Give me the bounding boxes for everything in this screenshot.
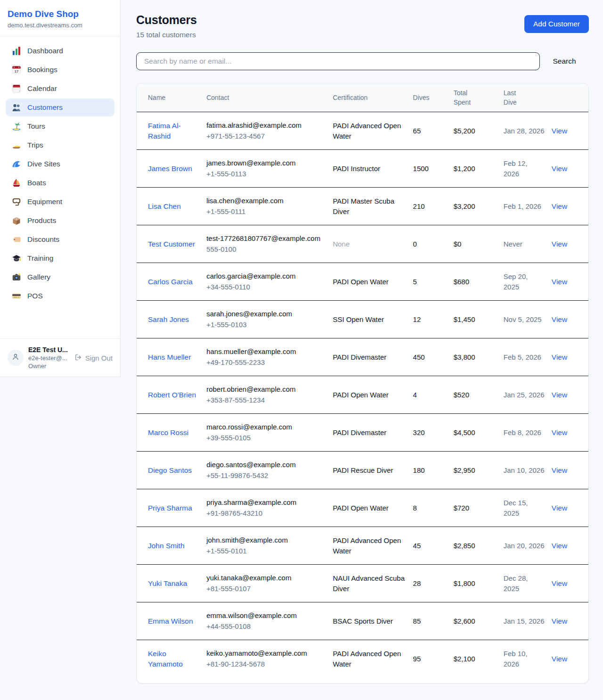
search-input[interactable]: [136, 52, 540, 70]
sidebar-item-trips[interactable]: Trips: [6, 136, 114, 154]
view-customer-link[interactable]: View: [552, 278, 567, 286]
customer-phone: +1-555-0101: [206, 546, 326, 556]
sidebar-item-tours[interactable]: Tours: [6, 117, 114, 135]
view-customer-link[interactable]: View: [552, 353, 567, 361]
customer-dives: 4: [413, 376, 454, 414]
customer-name-link[interactable]: Priya Sharma: [148, 504, 192, 512]
customer-email: john.smith@example.com: [206, 535, 326, 545]
customer-name-link[interactable]: Marco Rossi: [148, 428, 188, 436]
search-button[interactable]: Search: [540, 57, 589, 66]
customer-email: fatima.alrashid@example.com: [206, 120, 326, 131]
sign-out-button[interactable]: Sign Out: [73, 354, 114, 362]
sidebar-item-gallery[interactable]: Gallery: [6, 268, 114, 286]
table-row: John Smith john.smith@example.com +1-555…: [137, 527, 588, 565]
customer-phone: +353-87-555-1234: [206, 395, 326, 405]
customer-last-dive: Jan 15, 2026: [504, 602, 552, 640]
customer-certification: PADI Open Water: [333, 263, 413, 301]
customer-phone: +49-170-555-2233: [206, 357, 326, 368]
sidebar-item-bookings[interactable]: 17 Bookings: [6, 61, 114, 79]
view-customer-link[interactable]: View: [552, 579, 567, 587]
dashboard-icon: [12, 46, 21, 56]
customer-phone: +81-555-0107: [206, 584, 326, 594]
trips-icon: [12, 140, 21, 150]
customer-name-link[interactable]: Lisa Chen: [148, 202, 181, 210]
customer-email: emma.wilson@example.com: [206, 610, 326, 621]
view-customer-link[interactable]: View: [552, 315, 567, 323]
view-customer-link[interactable]: View: [552, 466, 567, 474]
bookings-icon: 17: [12, 65, 21, 74]
table-row: Robert O'Brien robert.obrien@example.com…: [137, 376, 588, 414]
customer-certification: PADI Divemaster: [333, 338, 413, 376]
sign-out-icon: [74, 354, 82, 362]
table-row: Emma Wilson emma.wilson@example.com +44-…: [137, 602, 588, 640]
view-customer-link[interactable]: View: [552, 127, 567, 135]
customer-name-link[interactable]: Test Customer: [148, 240, 195, 248]
view-customer-link[interactable]: View: [552, 391, 567, 399]
table-header-row: Name Contact Certification Dives Total S…: [137, 83, 588, 112]
customer-name-link[interactable]: Emma Wilson: [148, 617, 193, 625]
table-row: Test Customer test-1772681807767@example…: [137, 225, 588, 263]
table-row: Yuki Tanaka yuki.tanaka@example.com +81-…: [137, 565, 588, 602]
customer-dives: 95: [413, 640, 454, 678]
view-customer-link[interactable]: View: [552, 428, 567, 436]
view-customer-link[interactable]: View: [552, 655, 567, 663]
customer-name-link[interactable]: Keiko Yamamoto: [148, 650, 183, 668]
table-row: Keiko Yamamoto keiko.yamamoto@example.co…: [137, 640, 588, 678]
user-name: E2E Test U...: [28, 346, 69, 354]
customer-total-spent: $2,600: [454, 602, 504, 640]
sidebar-item-boats[interactable]: Boats: [6, 174, 114, 192]
customer-last-dive: Never: [504, 225, 552, 263]
customer-last-dive: Jan 20, 2026: [504, 527, 552, 565]
view-customer-link[interactable]: View: [552, 504, 567, 512]
shop-name-link[interactable]: Demo Dive Shop: [8, 9, 113, 19]
customer-certification: NAUI Advanced Scuba Diver: [333, 565, 413, 602]
customer-name-link[interactable]: Robert O'Brien: [148, 391, 196, 399]
view-customer-link[interactable]: View: [552, 240, 567, 248]
customer-dives: 45: [413, 527, 454, 565]
sidebar-item-training[interactable]: Training: [6, 249, 114, 267]
table-row: Priya Sharma priya.sharma@example.com +9…: [137, 489, 588, 527]
customer-name-link[interactable]: Yuki Tanaka: [148, 579, 187, 587]
view-customer-link[interactable]: View: [552, 202, 567, 210]
sidebar-item-dive-sites[interactable]: Dive Sites: [6, 155, 114, 173]
customer-name-link[interactable]: Hans Mueller: [148, 353, 191, 361]
user-info: E2E Test U... e2e-tester@... Owner: [28, 346, 69, 370]
sidebar-item-pos[interactable]: POS: [6, 287, 114, 305]
sidebar-item-products[interactable]: Products: [6, 212, 114, 230]
sidebar-item-dashboard[interactable]: Dashboard: [6, 42, 114, 60]
sidebar-item-equipment[interactable]: Equipment: [6, 193, 114, 211]
sidebar-item-customers[interactable]: Customers: [6, 99, 114, 116]
customer-certification: PADI Open Water: [333, 489, 413, 527]
table-row: Marco Rossi marco.rossi@example.com +39-…: [137, 414, 588, 452]
customer-total-spent: $720: [454, 489, 504, 527]
customer-total-spent: $2,950: [454, 452, 504, 489]
add-customer-button[interactable]: Add Customer: [524, 15, 589, 33]
view-customer-link[interactable]: View: [552, 542, 567, 550]
customer-name-link[interactable]: Sarah Jones: [148, 315, 189, 323]
customer-name-link[interactable]: Fatima Al-Rashid: [148, 122, 181, 140]
view-customer-link[interactable]: View: [552, 165, 567, 173]
customer-name-link[interactable]: Carlos Garcia: [148, 278, 193, 286]
sidebar-item-discounts[interactable]: Discounts: [6, 231, 114, 248]
customer-certification: PADI Advanced Open Water: [333, 527, 413, 565]
gallery-icon: [12, 272, 21, 282]
sidebar: Demo Dive Shop demo.test.divestreams.com…: [0, 0, 121, 377]
customer-certification: PADI Advanced Open Water: [333, 640, 413, 678]
boats-icon: [12, 178, 21, 188]
sidebar-item-calendar[interactable]: Calendar: [6, 80, 114, 98]
pos-icon: [12, 291, 21, 301]
customer-last-dive: Jan 28, 2026: [504, 112, 552, 150]
customer-phone: +34-555-0110: [206, 282, 326, 292]
view-customer-link[interactable]: View: [552, 617, 567, 625]
customer-total-spent: $3,200: [454, 188, 504, 225]
customer-name-link[interactable]: James Brown: [148, 165, 192, 173]
table-row: James Brown james.brown@example.com +1-5…: [137, 150, 588, 188]
customer-last-dive: Jan 10, 2026: [504, 452, 552, 489]
sidebar-item-label: Discounts: [27, 235, 59, 244]
customer-name-link[interactable]: John Smith: [148, 542, 185, 550]
customer-name-link[interactable]: Diego Santos: [148, 466, 192, 474]
products-icon: [12, 216, 21, 225]
customer-dives: 5: [413, 263, 454, 301]
customer-certification: BSAC Sports Diver: [333, 602, 413, 640]
table-row: Hans Mueller hans.mueller@example.com +4…: [137, 338, 588, 376]
